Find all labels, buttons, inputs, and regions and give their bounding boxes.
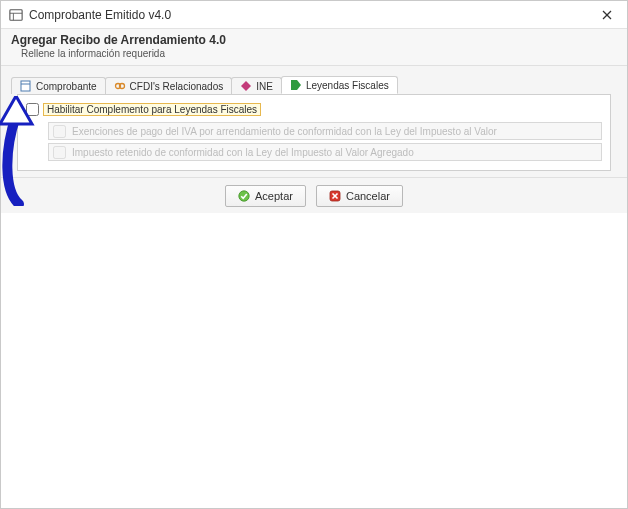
svg-marker-10 (291, 80, 301, 90)
tab-ine[interactable]: INE (231, 77, 282, 94)
leyenda-text: Impuesto retenido de conformidad con la … (72, 147, 414, 158)
svg-rect-5 (21, 81, 30, 91)
enable-leyendas-label: Habilitar Complemento para Leyendas Fisc… (43, 103, 261, 116)
svg-marker-9 (241, 81, 251, 91)
leyenda-row: Impuesto retenido de conformidad con la … (48, 143, 602, 161)
leyenda-checkbox[interactable] (53, 146, 66, 159)
tab-panel-leyendas: Habilitar Complemento para Leyendas Fisc… (17, 94, 611, 171)
app-icon (9, 8, 23, 22)
enable-leyendas-checkbox[interactable] (26, 103, 39, 116)
tab-label: Leyendas Fiscales (306, 80, 389, 91)
accept-label: Aceptar (255, 190, 293, 202)
leyenda-checkbox[interactable] (53, 125, 66, 138)
tab-leyendas-fiscales[interactable]: Leyendas Fiscales (281, 76, 398, 94)
tab-label: CFDI's Relacionados (130, 81, 224, 92)
tab-label: INE (256, 81, 273, 92)
tab-comprobante[interactable]: Comprobante (11, 77, 106, 94)
form-title: Agregar Recibo de Arrendamiento 4.0 (11, 33, 617, 47)
window-title: Comprobante Emitido v4.0 (29, 8, 595, 22)
tag-icon (290, 79, 302, 91)
document-icon (20, 80, 32, 92)
dialog-footer: Aceptar Cancelar (1, 177, 627, 213)
tab-cfdi-relacionados[interactable]: CFDI's Relacionados (105, 77, 233, 94)
window: Comprobante Emitido v4.0 Agregar Recibo … (0, 0, 628, 509)
leyenda-text: Exenciones de pago del IVA por arrendami… (72, 126, 497, 137)
cancel-label: Cancelar (346, 190, 390, 202)
cancel-icon (329, 190, 341, 202)
form-subtitle: Rellene la información requerida (11, 48, 617, 59)
accept-icon (238, 190, 250, 202)
close-button[interactable] (595, 3, 619, 27)
titlebar: Comprobante Emitido v4.0 (1, 1, 627, 29)
leyenda-row: Exenciones de pago del IVA por arrendami… (48, 122, 602, 140)
leyendas-group: Habilitar Complemento para Leyendas Fisc… (24, 103, 604, 161)
tabstrip: Comprobante CFDI's Relacionados INE (1, 66, 627, 177)
accept-button[interactable]: Aceptar (225, 185, 306, 207)
diamond-icon (240, 80, 252, 92)
svg-rect-0 (10, 9, 22, 20)
svg-point-12 (239, 190, 249, 200)
cancel-button[interactable]: Cancelar (316, 185, 403, 207)
tab-label: Comprobante (36, 81, 97, 92)
link-icon (114, 80, 126, 92)
form-header: Agregar Recibo de Arrendamiento 4.0 Rell… (1, 29, 627, 66)
